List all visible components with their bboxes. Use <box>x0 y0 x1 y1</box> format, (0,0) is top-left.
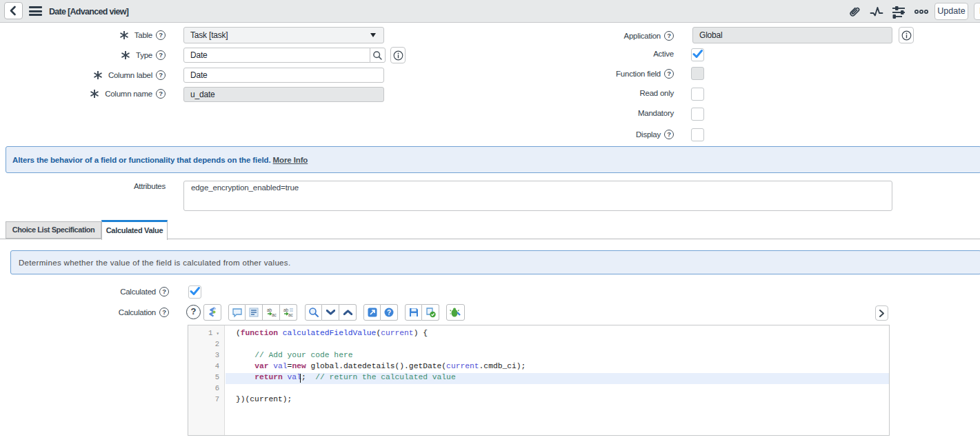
svg-text:?: ? <box>387 309 391 317</box>
svg-text:ab: ab <box>267 308 272 312</box>
svg-text:ac: ac <box>272 312 277 317</box>
svg-text:ab: ab <box>283 308 289 312</box>
svg-text:ac: ac <box>288 312 294 317</box>
